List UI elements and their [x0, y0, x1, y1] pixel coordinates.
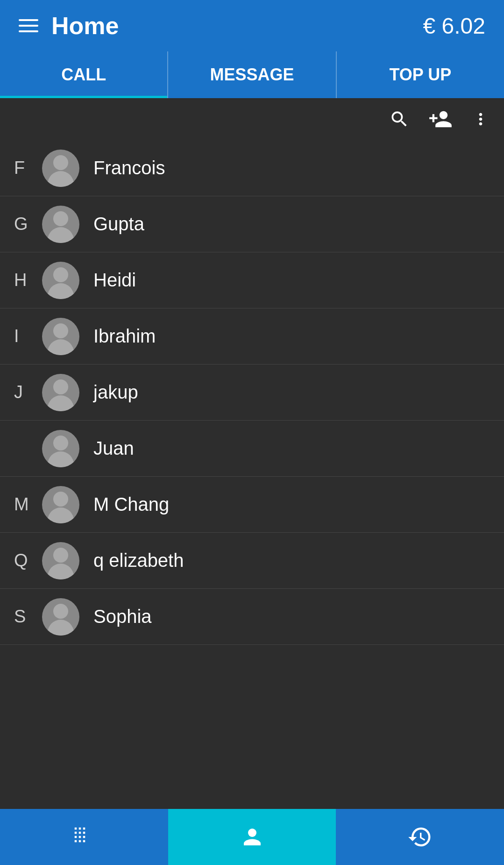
list-item[interactable]: J jakup [0, 365, 504, 421]
contact-name: q elizabeth [93, 550, 184, 571]
contact-name: Francois [93, 157, 165, 179]
avatar [42, 486, 79, 523]
contacts-button[interactable] [168, 809, 336, 865]
avatar [42, 150, 79, 187]
search-icon[interactable] [389, 109, 410, 129]
hamburger-menu-icon[interactable] [19, 19, 38, 32]
section-letter: I [14, 326, 42, 346]
avatar [42, 598, 79, 636]
more-options-icon[interactable] [471, 110, 490, 129]
avatar [42, 542, 79, 579]
contact-name: Sophia [93, 606, 152, 627]
tab-bar: CALL MESSAGE TOP UP [0, 51, 504, 98]
contact-name: Ibrahim [93, 326, 156, 347]
avatar [42, 206, 79, 243]
section-letter: G [14, 214, 42, 234]
contact-name: M Chang [93, 494, 169, 515]
list-item[interactable]: I Ibrahim [0, 308, 504, 365]
list-item[interactable]: Q q elizabeth [0, 533, 504, 589]
contact-name: jakup [93, 382, 138, 403]
contact-name: Gupta [93, 214, 144, 235]
list-item[interactable]: Juan [0, 421, 504, 477]
bottom-nav [0, 809, 504, 865]
header-left: Home [19, 12, 119, 40]
list-item[interactable]: S Sophia [0, 589, 504, 645]
section-letter: M [14, 494, 42, 515]
tab-call[interactable]: CALL [0, 51, 168, 98]
section-letter: J [14, 382, 42, 402]
app-title: Home [51, 12, 119, 40]
section-letter: Q [14, 550, 42, 571]
avatar [42, 262, 79, 299]
svg-point-0 [248, 829, 256, 837]
dialpad-button[interactable] [0, 824, 168, 850]
contacts-list: F Francois G Gupta H Heidi I Ibrahim [0, 140, 504, 809]
tab-message[interactable]: MESSAGE [168, 51, 336, 98]
contact-name: Juan [93, 438, 134, 459]
section-letter: S [14, 607, 42, 627]
add-contact-icon[interactable] [428, 107, 453, 131]
balance-display: € 6.02 [423, 13, 485, 39]
list-item[interactable]: H Heidi [0, 252, 504, 308]
history-button[interactable] [336, 824, 504, 850]
list-item[interactable]: G Gupta [0, 196, 504, 252]
avatar [42, 318, 79, 355]
section-letter: H [14, 270, 42, 290]
contact-name: Heidi [93, 270, 136, 291]
app-header: Home € 6.02 [0, 0, 504, 51]
contacts-toolbar [0, 98, 504, 140]
tab-topup[interactable]: TOP UP [337, 51, 504, 98]
section-letter: F [14, 158, 42, 178]
avatar [42, 374, 79, 411]
list-item[interactable]: M M Chang [0, 477, 504, 533]
list-item[interactable]: F Francois [0, 140, 504, 196]
avatar [42, 430, 79, 467]
